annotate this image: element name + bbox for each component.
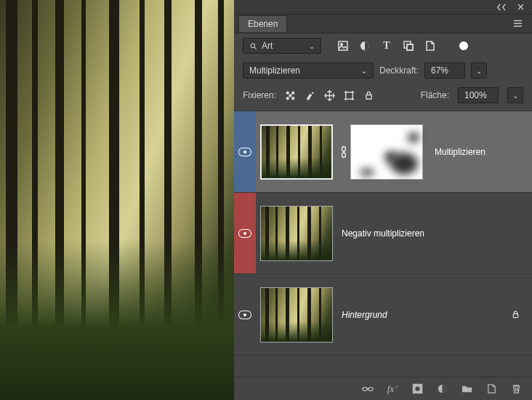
svg-rect-13 [286, 97, 289, 100]
filter-type-select[interactable]: Art ⌄ [243, 38, 321, 54]
svg-rect-2 [514, 25, 522, 26]
panel-dock-controls [234, 0, 532, 15]
new-layer-icon[interactable] [485, 383, 497, 395]
eye-icon [238, 148, 251, 156]
fill-stepper[interactable]: ⌄ [507, 87, 523, 103]
panel-tabs: Ebenen [234, 15, 532, 33]
visibility-toggle[interactable] [234, 274, 256, 355]
svg-rect-16 [366, 95, 372, 99]
svg-rect-11 [291, 91, 294, 94]
filter-smart-icon[interactable] [424, 40, 436, 52]
svg-rect-0 [514, 20, 522, 21]
opacity-value: 67% [431, 65, 448, 76]
svg-point-21 [368, 387, 373, 391]
search-icon [249, 42, 257, 50]
svg-rect-10 [286, 91, 289, 94]
filter-type-text-icon[interactable]: T [381, 40, 392, 52]
opacity-label: Deckkraft: [379, 65, 419, 76]
panel-footer: fx ˅ [234, 377, 532, 400]
tab-layers[interactable]: Ebenen [238, 15, 287, 32]
svg-point-23 [414, 386, 420, 392]
blend-mode-select[interactable]: Multiplizieren ⌄ [243, 63, 374, 79]
lock-label: Fixieren: [243, 90, 276, 100]
layers-panel: Ebenen Art ⌄ T Multiplizieren ⌄ Deckkraf… [234, 0, 532, 400]
lock-icon[interactable] [511, 310, 520, 319]
add-mask-icon[interactable] [411, 383, 423, 395]
lock-transparency-icon[interactable] [285, 90, 296, 101]
svg-rect-15 [346, 92, 352, 98]
chevron-down-icon: ⌄ [361, 67, 367, 75]
layer-mask-thumbnail[interactable] [350, 124, 423, 180]
lock-pixels-icon[interactable] [305, 90, 315, 101]
delete-layer-icon[interactable] [510, 383, 522, 395]
filter-toggle[interactable] [459, 41, 468, 50]
layer-name[interactable]: Multiplizieren [435, 147, 485, 157]
new-group-icon[interactable] [461, 383, 472, 395]
filter-type-label: Art [262, 41, 273, 51]
adjustment-layer-icon[interactable] [436, 383, 448, 395]
blend-mode-value: Multiplizieren [249, 65, 300, 76]
document-canvas[interactable] [0, 0, 234, 400]
svg-point-5 [341, 44, 343, 46]
layer-row[interactable]: Multiplizieren [234, 111, 532, 193]
svg-rect-14 [291, 97, 294, 100]
layer-thumbnail[interactable] [260, 206, 333, 261]
layer-row[interactable]: Hintergrund [234, 274, 532, 356]
layer-thumbnail[interactable] [260, 124, 333, 180]
opacity-stepper[interactable]: ⌄ [471, 63, 487, 79]
fill-label: Fläche: [421, 90, 449, 100]
visibility-toggle[interactable] [234, 193, 256, 273]
fill-input[interactable]: 100% [458, 87, 499, 103]
svg-rect-8 [407, 44, 413, 50]
lock-artboard-icon[interactable] [344, 90, 355, 101]
layer-filter-row: Art ⌄ T [234, 33, 532, 58]
svg-point-17 [342, 146, 346, 151]
panel-menu-icon[interactable] [508, 18, 528, 29]
layer-thumbnail[interactable] [260, 287, 333, 343]
link-mask-icon[interactable] [340, 145, 347, 159]
svg-point-3 [251, 44, 255, 48]
svg-rect-19 [513, 314, 518, 318]
collapse-icon[interactable] [496, 1, 507, 13]
eye-icon [238, 311, 251, 319]
layer-row[interactable]: Negativ multiplizieren [234, 193, 532, 274]
lock-position-icon[interactable] [324, 90, 335, 101]
layer-fx-icon[interactable]: fx ˅ [387, 383, 398, 395]
visibility-toggle[interactable] [234, 111, 256, 192]
svg-point-20 [363, 387, 367, 391]
svg-rect-12 [289, 94, 292, 97]
svg-rect-1 [514, 23, 522, 24]
lock-all-icon[interactable] [363, 90, 374, 101]
layer-name[interactable]: Negativ multiplizieren [342, 228, 424, 239]
filter-pixel-icon[interactable] [337, 40, 349, 52]
layer-name[interactable]: Hintergrund [342, 310, 387, 320]
fill-value: 100% [464, 90, 487, 100]
link-layers-icon[interactable] [362, 383, 374, 395]
svg-point-18 [342, 152, 346, 157]
svg-rect-4 [339, 41, 347, 50]
filter-adjust-icon[interactable] [359, 40, 371, 52]
close-icon[interactable] [515, 1, 526, 13]
opacity-input[interactable]: 67% [424, 63, 465, 79]
chevron-down-icon: ⌄ [309, 42, 315, 50]
eye-icon [238, 229, 251, 238]
filter-shape-icon[interactable] [403, 40, 414, 52]
layers-list: Multiplizieren Negativ multiplizieren Hi… [234, 111, 532, 377]
